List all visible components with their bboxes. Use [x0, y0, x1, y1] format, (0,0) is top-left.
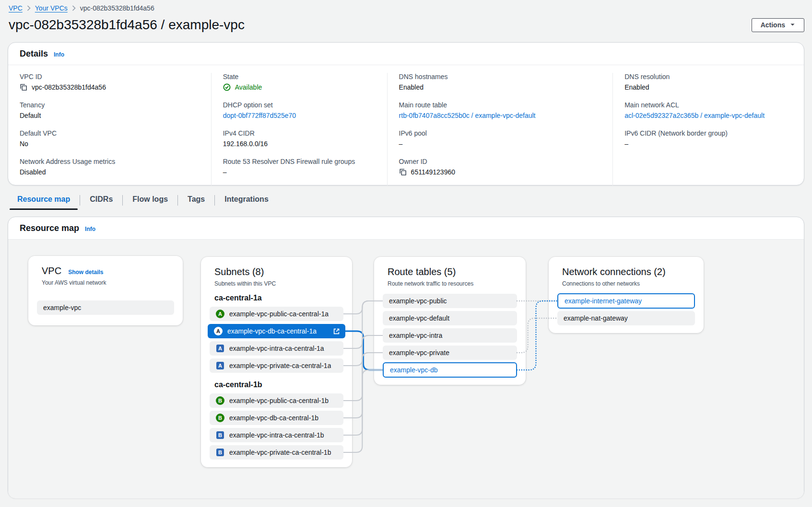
- subnet-item[interactable]: Bexample-vpc-private-ca-central-1b: [210, 445, 343, 460]
- tab-integrations[interactable]: Integrations: [215, 191, 278, 210]
- detail-field: DNS hostnamesEnabled: [399, 73, 601, 91]
- subnet-group-gap: [210, 376, 343, 380]
- availability-zone-badge: A: [216, 362, 224, 369]
- tab-resource-map[interactable]: Resource map: [8, 191, 80, 210]
- detail-field-value: vpc-082b35328b1fd4a56: [20, 83, 200, 91]
- subnet-item-label: example-vpc-intra-ca-central-1b: [229, 431, 324, 439]
- route-table-item-label: example-vpc-default: [389, 314, 449, 322]
- subnet-item[interactable]: Aexample-vpc-private-ca-central-1a: [210, 358, 343, 373]
- subnet-item[interactable]: Bexample-vpc-db-ca-central-1b: [210, 411, 343, 425]
- detail-field: Route 53 Resolver DNS Firewall rule grou…: [223, 158, 376, 176]
- details-panel-header: Details Info: [8, 43, 804, 65]
- detail-field: Network Address Usage metricsDisabled: [20, 158, 200, 176]
- detail-field-value: rtb-0fb7407a8cc525b0c / example-vpc-defa…: [399, 112, 601, 119]
- network-connection-item[interactable]: example-nat-gateway: [557, 311, 695, 325]
- tab-bar: Resource mapCIDRsFlow logsTagsIntegratio…: [8, 191, 278, 210]
- network-connection-item-label: example-nat-gateway: [564, 314, 628, 322]
- breadcrumb: VPCYour VPCsvpc-082b35328b1fd4a56: [9, 4, 154, 12]
- detail-field-value: Enabled: [624, 83, 792, 91]
- detail-field-value: Enabled: [399, 83, 601, 91]
- route-table-item[interactable]: example-vpc-db: [383, 362, 517, 378]
- network-connection-item[interactable]: example-internet-gateway: [557, 293, 695, 309]
- copy-icon[interactable]: [20, 83, 27, 91]
- detail-field-label: DHCP option set: [223, 101, 376, 109]
- vpc-card-title: VPC: [42, 265, 61, 277]
- breadcrumb-separator-icon: [27, 5, 31, 11]
- availability-zone-heading: ca-central-1a: [214, 294, 339, 302]
- tab-flow-logs[interactable]: Flow logs: [123, 191, 177, 210]
- subnet-item-label: example-vpc-public-ca-central-1a: [229, 310, 329, 318]
- subnets-card-title: Subnets (8): [214, 266, 264, 277]
- detail-field-value-text: vpc-082b35328b1fd4a56: [32, 83, 106, 91]
- breadcrumb-current: vpc-082b35328b1fd4a56: [80, 4, 154, 12]
- detail-field-label: Default VPC: [20, 129, 200, 137]
- subnet-item[interactable]: Aexample-vpc-public-ca-central-1a: [210, 307, 343, 321]
- network-connection-item-label: example-internet-gateway: [565, 297, 642, 305]
- breadcrumb-link[interactable]: Your VPCs: [35, 4, 68, 12]
- detail-field-label: Route 53 Resolver DNS Firewall rule grou…: [223, 158, 376, 165]
- detail-field: Owner ID651149123960: [399, 158, 601, 176]
- status-available-icon: [223, 83, 231, 91]
- detail-field-value: 651149123960: [399, 168, 601, 176]
- route-table-item[interactable]: example-vpc-default: [383, 311, 517, 325]
- detail-field-label: Network Address Usage metrics: [20, 158, 200, 165]
- subnet-item-label: example-vpc-private-ca-central-1b: [229, 449, 331, 456]
- route-table-item[interactable]: example-vpc-intra: [383, 328, 517, 343]
- detail-field: Main network ACLacl-02e5d92327a2c365b / …: [624, 101, 792, 119]
- detail-field-label: IPv6 CIDR (Network border group): [624, 129, 792, 137]
- details-column: DNS resolutionEnabledMain network ACLacl…: [612, 73, 804, 186]
- detail-field-value-link[interactable]: dopt-0bf772ff87d525e70: [223, 112, 296, 119]
- subnet-item[interactable]: Aexample-vpc-db-ca-central-1a: [208, 324, 345, 338]
- detail-field-value-link[interactable]: rtb-0fb7407a8cc525b0c / example-vpc-defa…: [399, 112, 536, 119]
- detail-field-label: IPv4 CIDR: [223, 129, 376, 137]
- resource-map-panel: Resource map Info VPC Show details Your …: [8, 217, 804, 498]
- details-column: DNS hostnamesEnabledMain route tablertb-…: [387, 73, 613, 186]
- tab-cidrs[interactable]: CIDRs: [80, 191, 122, 210]
- availability-zone-badge: A: [216, 345, 224, 352]
- resource-map-panel-header: Resource map Info: [8, 217, 804, 240]
- subnet-item[interactable]: Bexample-vpc-public-ca-central-1b: [210, 393, 343, 408]
- network-connections-card-title: Network connections (2): [562, 266, 666, 277]
- show-details-link[interactable]: Show details: [68, 269, 103, 276]
- detail-field-value-text: Default: [20, 112, 41, 119]
- availability-zone-badge: B: [216, 414, 224, 422]
- breadcrumb-link[interactable]: VPC: [9, 4, 23, 12]
- route-table-item-label: example-vpc-private: [389, 349, 449, 357]
- detail-field: Main route tablertb-0fb7407a8cc525b0c / …: [399, 101, 601, 119]
- detail-field-value: Available: [223, 83, 376, 91]
- route-table-item[interactable]: example-vpc-public: [383, 294, 517, 308]
- detail-field-label: DNS hostnames: [399, 73, 601, 81]
- detail-field-value-text: Available: [235, 83, 262, 91]
- detail-field: IPv6 pool–: [399, 129, 601, 148]
- details-info-link[interactable]: Info: [54, 51, 64, 58]
- detail-field-label: Tenancy: [20, 101, 200, 109]
- resource-map-info-link[interactable]: Info: [85, 226, 95, 232]
- subnet-item-label: example-vpc-db-ca-central-1a: [227, 327, 317, 335]
- detail-field-value: 192.168.0.0/16: [223, 140, 376, 148]
- copy-icon[interactable]: [399, 168, 407, 176]
- subnet-item[interactable]: Bexample-vpc-intra-ca-central-1b: [210, 428, 343, 442]
- subnet-item[interactable]: Aexample-vpc-intra-ca-central-1a: [210, 341, 343, 356]
- availability-zone-badge: A: [214, 327, 223, 335]
- details-column: VPC IDvpc-082b35328b1fd4a56TenancyDefaul…: [8, 73, 211, 186]
- details-column: StateAvailableDHCP option setdopt-0bf772…: [211, 73, 387, 186]
- detail-field-label: Owner ID: [399, 158, 601, 165]
- external-link-icon[interactable]: [333, 328, 340, 335]
- route-table-item-label: example-vpc-db: [390, 366, 438, 374]
- network-connections-card: Network connections (2) Connections to o…: [549, 257, 704, 333]
- detail-field-value-link[interactable]: acl-02e5d92327a2c365b / example-vpc-defa…: [624, 112, 765, 119]
- detail-field-value: –: [624, 140, 792, 148]
- details-grid: VPC IDvpc-082b35328b1fd4a56TenancyDefaul…: [8, 65, 804, 186]
- detail-field-value: –: [223, 168, 376, 176]
- actions-button[interactable]: Actions: [752, 18, 804, 32]
- detail-field-value: dopt-0bf772ff87d525e70: [223, 112, 376, 119]
- tab-tags[interactable]: Tags: [178, 191, 214, 210]
- availability-zone-badge: B: [216, 396, 224, 405]
- detail-field-value-text: 651149123960: [411, 168, 455, 176]
- route-tables-card-title: Route tables (5): [388, 266, 456, 277]
- page-title: vpc-082b35328b1fd4a56 / example-vpc: [9, 17, 245, 33]
- vpc-item[interactable]: example-vpc: [37, 300, 174, 315]
- detail-field-value: No: [20, 140, 200, 148]
- route-table-item[interactable]: example-vpc-private: [383, 346, 517, 360]
- vpc-card: VPC Show details Your AWS virtual networ…: [28, 256, 183, 325]
